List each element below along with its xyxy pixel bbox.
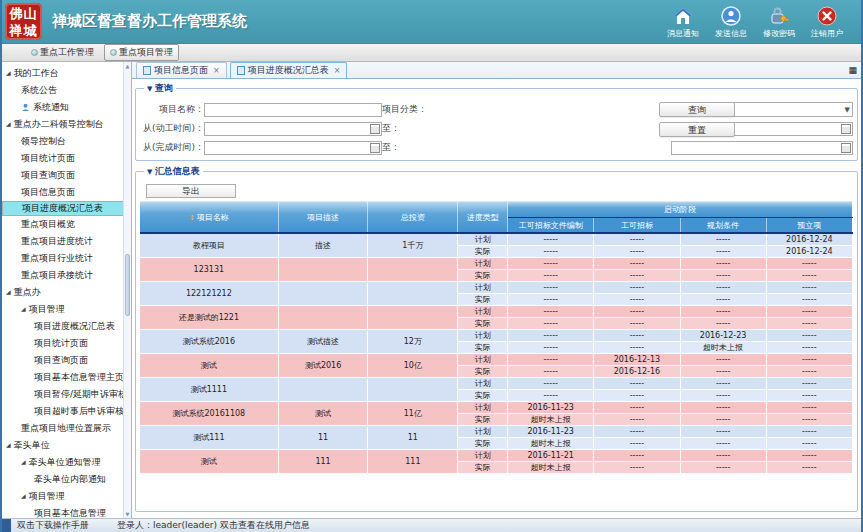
project-name-input[interactable]	[204, 103, 382, 117]
table-row-plan[interactable]: 测试测试201610亿计划-----2016-12-13----------	[140, 354, 852, 366]
send-message-button[interactable]: 发送信息	[715, 5, 747, 39]
sidebar-item[interactable]: 重点项目地理位置展示	[2, 420, 123, 437]
logout-button[interactable]: 注销用户	[811, 5, 843, 39]
sidebar-item[interactable]: ◢我的工作台	[2, 65, 123, 82]
sidebar-item[interactable]: 重点项目承接统计	[2, 267, 123, 284]
tree-expand-icon[interactable]: ◢	[21, 488, 26, 504]
table-row-plan[interactable]: 测试系统2016测试描述12万计划----------2016-12-23---…	[140, 330, 852, 342]
sidebar-item[interactable]: 重点项目行业统计	[2, 250, 123, 267]
download-manual-link[interactable]: 双击下载操作手册	[17, 519, 89, 532]
sidebar-item[interactable]: 项目超时事后申诉审核	[2, 403, 123, 420]
sidebar-item[interactable]: 项目暂停/延期申诉审核	[2, 386, 123, 403]
calendar-icon[interactable]	[370, 124, 380, 134]
sidebar-item[interactable]: ◢重点办	[2, 284, 123, 301]
nav-key-work-management[interactable]: 重点工作管理	[26, 45, 99, 60]
table-row-plan[interactable]: 测试1111111计划2016-11-23---------------	[140, 426, 852, 438]
change-password-button[interactable]: 修改密码	[763, 5, 795, 39]
col-progress-type[interactable]: 进度类型	[458, 202, 508, 233]
login-user-info[interactable]: 登录人：leader(leader) 双击查看在线用户信息	[117, 519, 310, 532]
sidebar-item[interactable]: 牵头单位内部通知	[2, 471, 123, 488]
calendar-icon[interactable]	[370, 143, 380, 153]
start-time-from-input[interactable]	[204, 122, 382, 136]
collapse-icon[interactable]: ▼	[147, 168, 155, 176]
col-planning-condition[interactable]: 规划条件	[680, 218, 766, 234]
sidebar-item[interactable]: 项目信息页面	[2, 184, 123, 201]
nav-key-project-management[interactable]: 重点项目管理	[104, 44, 179, 61]
module-icon	[110, 49, 117, 56]
tree-expand-icon[interactable]: ◢	[21, 454, 26, 470]
sidebar-item[interactable]: 项目基本信息管理	[2, 505, 123, 518]
scrollbar-thumb[interactable]	[125, 254, 130, 316]
col-feasibility-doc[interactable]: 工可招标文件编制	[508, 218, 594, 234]
sidebar-item[interactable]: 重点项目进度统计	[2, 233, 123, 250]
close-icon[interactable]: ×	[334, 66, 341, 75]
cell-phase-value: -----	[680, 438, 766, 450]
finish-time-from-input[interactable]	[204, 141, 382, 155]
finish-time-to-label: 至：	[382, 141, 671, 154]
sidebar-item[interactable]: ◢牵头单位	[2, 437, 123, 454]
sidebar-item[interactable]: 系统公告	[2, 82, 123, 99]
calendar-icon[interactable]	[841, 124, 851, 134]
cell-project-desc	[278, 282, 368, 306]
sidebar-scrollbar[interactable]: ▲ ▼	[123, 62, 131, 518]
sidebar-item[interactable]: 项目统计页面	[2, 335, 123, 352]
sidebar-item[interactable]: ◢重点办二科领导控制台	[2, 116, 123, 133]
sidebar-item-label: 项目管理	[29, 488, 65, 505]
search-button[interactable]: 查询	[659, 102, 735, 117]
cell-phase-value: -----	[594, 438, 680, 450]
table-row-plan[interactable]: 122121212计划--------------------	[140, 282, 852, 294]
tab-list-icon[interactable]: ▦	[848, 65, 857, 75]
col-feasibility-bid[interactable]: 工可招标	[594, 218, 680, 234]
sidebar-item[interactable]: 项目统计页面	[2, 150, 123, 167]
reset-button[interactable]: 重置	[659, 122, 735, 137]
table-row-plan[interactable]: 测试1111计划--------------------	[140, 378, 852, 390]
cell-phase-value: -----	[766, 462, 852, 474]
tree-expand-icon[interactable]: ◢	[6, 116, 11, 132]
cell-phase-value: -----	[680, 294, 766, 306]
tab-progress-summary[interactable]: 项目进度概况汇总表 ×	[230, 62, 348, 78]
export-button[interactable]: 导出	[146, 184, 236, 198]
sidebar-item[interactable]: ◢牵头单位通知管理	[2, 454, 123, 471]
cell-phase-value: -----	[594, 270, 680, 282]
message-notice-button[interactable]: 消息通知	[667, 5, 699, 39]
calendar-icon[interactable]	[841, 143, 851, 153]
tree-expand-icon[interactable]: ◢	[6, 65, 11, 81]
collapse-icon[interactable]: ▼	[147, 85, 155, 93]
sidebar-item[interactable]: 重点项目概览	[2, 216, 123, 233]
tree-expand-icon[interactable]: ◢	[6, 284, 11, 300]
scroll-up-icon[interactable]: ▲	[124, 63, 131, 69]
tree-expand-icon[interactable]: ◢	[6, 437, 11, 453]
sidebar-item[interactable]: 项目基本信息管理主页面	[2, 369, 123, 386]
table-row-plan[interactable]: 测试111111计划2016-11-21---------------	[140, 450, 852, 462]
close-icon[interactable]: ×	[213, 66, 220, 75]
cell-phase-value: -----	[680, 282, 766, 294]
sidebar-item[interactable]: 项目查询页面	[2, 352, 123, 369]
col-project-name[interactable]: ↕项目名称	[140, 202, 278, 233]
sidebar-item-label: 重点项目概览	[21, 216, 75, 233]
cell-progress-type: 计划	[458, 402, 508, 414]
col-total-investment[interactable]: 总投资	[368, 202, 458, 233]
scroll-down-icon[interactable]: ▼	[124, 511, 131, 517]
col-project-desc[interactable]: 项目描述	[278, 202, 368, 233]
sidebar-item[interactable]: 项目进度概况汇总表	[2, 201, 132, 216]
document-icon	[143, 66, 151, 75]
sidebar-item[interactable]: 领导控制台	[2, 133, 123, 150]
sidebar-item[interactable]: 项目进度概况汇总表	[2, 318, 123, 335]
sidebar-item-label: 项目进度概况汇总表	[34, 318, 115, 335]
finish-time-to-input[interactable]	[671, 141, 853, 155]
cell-phase-value: -----	[594, 258, 680, 270]
sidebar-item-label: 重点项目进度统计	[21, 233, 93, 250]
table-row-plan[interactable]: 测试系统20161108测试11亿计划2016-11-23-----------…	[140, 402, 852, 414]
table-row-plan[interactable]: 123131计划--------------------	[140, 258, 852, 270]
table-row-plan[interactable]: 教程项目描述1千万计划---------------2016-12-24	[140, 233, 852, 246]
cell-phase-value: -----	[508, 246, 594, 258]
tab-project-info-page[interactable]: 项目信息页面 ×	[136, 62, 227, 78]
sidebar-item[interactable]: 项目查询页面	[2, 167, 123, 184]
tree-expand-icon[interactable]: ◢	[21, 301, 26, 317]
sidebar-item[interactable]: ◢项目管理	[2, 301, 123, 318]
cell-phase-value: -----	[766, 258, 852, 270]
sidebar-item[interactable]: ◢项目管理	[2, 488, 123, 505]
sidebar-item[interactable]: 系统通知	[2, 99, 123, 116]
table-row-plan[interactable]: 还是测试的1221计划--------------------	[140, 306, 852, 318]
col-pre-approval[interactable]: 预立项	[766, 218, 852, 234]
